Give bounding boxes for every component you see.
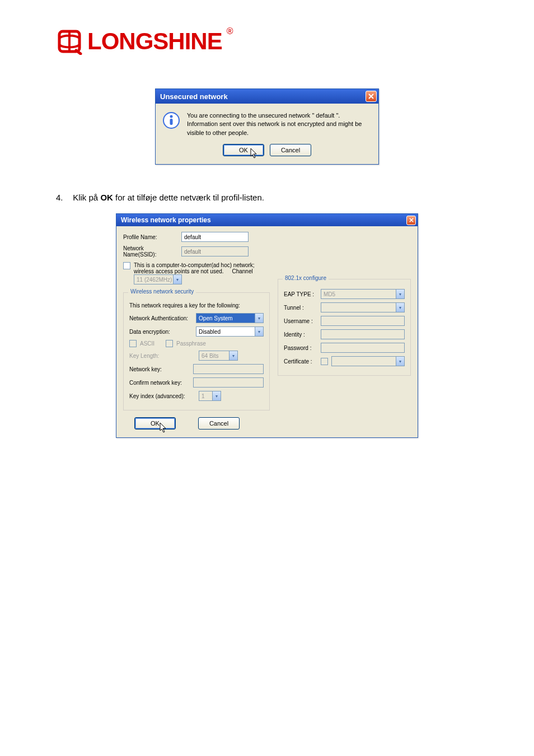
cancel-button-label: Cancel [209,420,228,427]
chevron-down-icon: ▾ [173,275,181,284]
channel-value: 11 (2462MHz) [137,277,172,283]
chevron-down-icon: ▾ [255,314,263,323]
confirmkey-label: Confirm network key: [129,380,190,386]
confirmkey-input [193,377,264,388]
close-button[interactable] [406,216,416,225]
encryption-select[interactable]: Disabled▾ [196,326,264,337]
username-input [321,316,405,326]
instruction-pre: Klik på [73,193,100,202]
certificate-checkbox [321,358,328,365]
security-group: Wireless network security This network r… [123,292,270,410]
networkkey-label: Network key: [129,366,190,372]
keyindex-select: 1▾ [199,391,221,401]
keyindex-value: 1 [202,393,205,399]
cursor-icon [160,422,167,433]
cancel-button[interactable]: Cancel [198,417,240,430]
close-button[interactable] [366,91,377,102]
password-label: Password : [284,345,317,351]
security-group-title: Wireless network security [128,288,196,295]
8021x-group: 802.1x configure EAP TYPE : MD5▾ Tunnel … [278,279,411,376]
unsecured-network-dialog: Unsecured network You are connecting to … [155,88,379,165]
ssid-label: Network Name(SSID): [123,245,178,258]
cancel-button-label: Cancel [281,147,300,153]
identity-label: Identity : [284,332,317,338]
chevron-down-icon: ▾ [396,290,404,298]
instruction-post: for at tilføje dette netværk til profil-… [113,193,264,202]
instruction-bold: OK [100,193,113,202]
chevron-down-icon: ▾ [396,303,404,312]
channel-label: Channel [232,268,252,274]
ok-button-label: OK [239,147,248,153]
logo-icon [56,28,83,55]
ok-button[interactable]: OK [223,144,264,156]
adhoc-checkbox[interactable] [123,262,130,269]
passphrase-checkbox [166,340,173,347]
identity-input [321,329,405,339]
close-icon [409,218,414,222]
eaptype-value: MD5 [324,291,335,297]
eaptype-label: EAP TYPE : [284,291,317,297]
wireless-properties-dialog: Wireless network properties Profile Name… [116,213,418,438]
passphrase-label: Passphrase [176,340,206,347]
tunnel-label: Tunnel : [284,305,317,311]
dialog2-title: Wireless network properties [121,216,211,224]
tunnel-select: ▾ [321,302,405,312]
close-icon [368,94,374,99]
brand-name: LONGSHINE [87,28,222,55]
encryption-value: Disabled [199,329,221,335]
certificate-select: ▾ [331,356,405,366]
profile-name-label: Profile Name: [123,234,178,240]
ascii-checkbox [129,340,137,347]
brand-logo: LONGSHINE ® [56,28,478,55]
keyindex-label: Key index (advanced): [129,393,195,399]
cancel-button[interactable]: Cancel [270,144,311,156]
dialog2-titlebar: Wireless network properties [116,214,418,226]
dialog1-message: You are connecting to the unsecured netw… [187,111,369,137]
ok-button-label: OK [151,420,160,427]
eaptype-select: MD5▾ [321,289,405,299]
chevron-down-icon: ▾ [212,391,221,400]
auth-value: Open System [199,315,233,321]
chevron-down-icon: ▾ [229,351,237,360]
keylength-select: 64 Bits▾ [199,351,238,361]
requires-key-text: This network requires a key for the foll… [129,302,264,309]
keylength-label: Key Length: [129,353,195,359]
ssid-input [181,246,249,256]
svg-rect-3 [170,119,173,125]
networkkey-input [193,364,264,374]
info-icon [162,111,180,129]
cursor-icon [250,148,258,159]
keylength-value: 64 Bits [202,353,219,359]
ok-button[interactable]: OK [134,417,176,430]
chevron-down-icon: ▾ [255,327,263,336]
step-number: 4. [56,193,71,202]
instruction-text: 4. Klik på OK for at tilføje dette netvæ… [56,193,478,202]
8021x-group-title: 802.1x configure [283,275,329,281]
auth-select[interactable]: Open System▾ [196,313,264,323]
ascii-label: ASCII [140,340,162,347]
password-input [321,343,405,353]
profile-name-input[interactable] [181,232,249,242]
reg-mark: ® [227,26,233,36]
channel-select: 11 (2462MHz)▾ [134,274,182,284]
dialog1-titlebar: Unsecured network [156,89,378,104]
auth-label: Network Authentication: [129,315,193,321]
svg-point-2 [170,115,173,118]
chevron-down-icon: ▾ [396,357,404,366]
encryption-label: Data encryption: [129,329,193,335]
username-label: Username : [284,318,317,324]
dialog1-title: Unsecured network [160,92,228,101]
certificate-label: Certificate : [284,358,317,365]
